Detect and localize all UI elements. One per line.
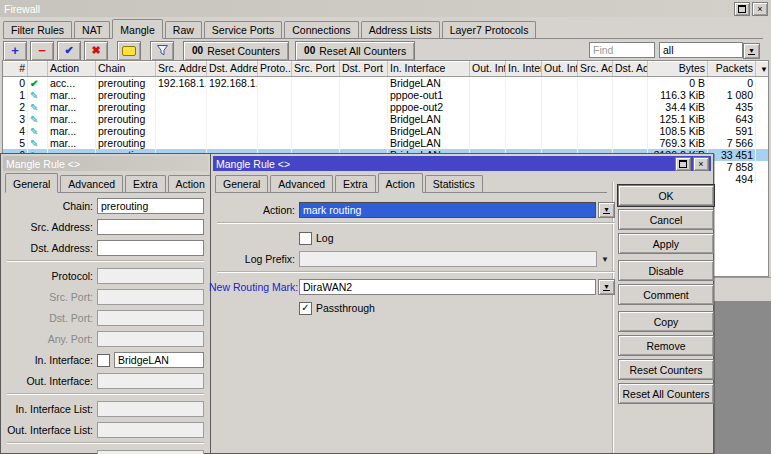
comment-button[interactable] xyxy=(117,41,141,61)
dialog-general-tab-general[interactable]: General xyxy=(5,173,58,193)
any-port-input xyxy=(97,331,204,347)
column-header-src-ad[interactable]: Src. Ad... xyxy=(578,61,613,76)
src-address-input[interactable] xyxy=(97,219,204,235)
close-icon[interactable]: × xyxy=(752,2,768,16)
column-header-in-inter[interactable]: In. Inter... xyxy=(506,61,542,76)
cell-src-ad xyxy=(578,77,613,89)
copy-button[interactable]: Copy xyxy=(618,311,714,332)
table-row[interactable]: 4✎mar...preroutingBridgeLAN108.5 KiB591 xyxy=(3,125,768,137)
restore-icon[interactable] xyxy=(675,157,691,171)
tab-mangle[interactable]: Mangle xyxy=(112,19,162,39)
disable-button[interactable]: ✖ xyxy=(84,41,108,61)
separator xyxy=(217,271,615,273)
dialog-titlebar[interactable]: Mangle Rule <> xyxy=(3,156,208,171)
tab-connections[interactable]: Connections xyxy=(284,21,358,38)
table-row[interactable]: 2✎mar...preroutingpppoe-out234.4 KiB435 xyxy=(3,101,768,113)
action-icon-cell: ✔ xyxy=(28,77,48,89)
table-header: #ActionChainSrc. AddressDst. AddressProt… xyxy=(3,61,768,77)
out-interface-select[interactable] xyxy=(97,373,204,389)
protocol-select[interactable] xyxy=(97,268,204,284)
tab-address-lists[interactable]: Address Lists xyxy=(361,21,440,38)
column-header-out-int[interactable]: Out. Int... xyxy=(470,61,506,76)
tab-service-ports[interactable]: Service Ports xyxy=(204,21,282,38)
column-header-proto[interactable]: Proto... xyxy=(258,61,292,76)
in-interface-list-select[interactable] xyxy=(97,401,204,417)
column-header-dst-ad[interactable]: Dst. Ad... xyxy=(613,61,648,76)
chevron-down-icon[interactable]: ▾ xyxy=(598,279,615,295)
log-checkbox[interactable] xyxy=(299,232,312,245)
find-input[interactable] xyxy=(589,42,655,58)
passthrough-checkbox[interactable]: ✓ xyxy=(299,302,312,315)
column-header-out-int[interactable]: Out. Int... xyxy=(542,61,578,76)
table-row[interactable]: 1✎mar...preroutingpppoe-out1116.3 KiB1 0… xyxy=(3,89,768,101)
new-routing-mark-select[interactable]: DiraWAN2 xyxy=(299,279,596,295)
column-header-dst-port[interactable]: Dst. Port xyxy=(340,61,388,76)
in-interface-checkbox[interactable] xyxy=(97,354,110,367)
chain-select[interactable]: prerouting xyxy=(97,198,204,214)
cell-dst-ad xyxy=(613,113,648,125)
remove-button[interactable]: Remove xyxy=(618,335,714,356)
table-row[interactable]: 5✎mar...preroutingBridgeLAN769.3 KiB7 56… xyxy=(3,137,768,149)
firewall-titlebar[interactable]: Firewall × xyxy=(0,0,771,17)
column-header-dst-address[interactable]: Dst. Address xyxy=(207,61,258,76)
tab-nat[interactable]: NAT xyxy=(74,21,110,38)
separator xyxy=(7,393,204,395)
ok-button[interactable]: OK xyxy=(618,185,714,206)
table-row[interactable]: 3✎mar...preroutingBridgeLAN125.1 KiB643 xyxy=(3,113,768,125)
dialog-action-tab-advanced[interactable]: Advanced xyxy=(270,175,333,192)
column-header-action[interactable]: Action xyxy=(48,61,96,76)
comment-button[interactable]: Comment xyxy=(618,284,714,305)
column-header-bytes[interactable]: Bytes xyxy=(648,61,708,76)
cell-dst-port xyxy=(340,125,388,137)
dialog-general-tab-action[interactable]: Action xyxy=(168,175,213,192)
cell-in-interface: BridgeLAN xyxy=(388,137,470,149)
chevron-down-icon[interactable]: ▾ xyxy=(743,43,760,59)
reset-counters-button[interactable]: 00 Reset Counters xyxy=(183,41,289,61)
column-header-icon[interactable]: # xyxy=(3,61,28,76)
src-port-label: Src. Port: xyxy=(7,291,97,303)
reset-counters-button[interactable]: Reset Counters xyxy=(618,359,714,380)
cancel-button[interactable]: Cancel xyxy=(618,209,714,230)
cell-src-port xyxy=(292,137,340,149)
column-header-in-interface[interactable]: In. Interface xyxy=(388,61,470,76)
restore-icon[interactable] xyxy=(734,2,750,16)
reset-all-counters-button[interactable]: Reset All Counters xyxy=(618,383,714,404)
cell-dst-ad xyxy=(613,101,648,113)
column-header-chain[interactable]: Chain xyxy=(96,61,156,76)
dialog-action-tab-action[interactable]: Action xyxy=(378,173,423,193)
log-prefix-input[interactable] xyxy=(299,251,597,267)
remove-button[interactable]: − xyxy=(30,41,54,61)
tab-raw[interactable]: Raw xyxy=(165,21,202,38)
close-icon[interactable]: × xyxy=(693,157,709,171)
column-header-packets[interactable]: Packets xyxy=(708,61,756,76)
apply-button[interactable]: Apply xyxy=(618,233,714,254)
tab-filter-rules[interactable]: Filter Rules xyxy=(3,21,72,38)
dialog-titlebar[interactable]: Mangle Rule <> × xyxy=(213,156,711,171)
dialog-action-tab-general[interactable]: General xyxy=(215,175,268,192)
cell-dst-port xyxy=(340,113,388,125)
tab-layer7-protocols[interactable]: Layer7 Protocols xyxy=(442,21,537,38)
add-button[interactable]: + xyxy=(3,41,27,61)
packet-mark-select[interactable] xyxy=(97,450,204,454)
enable-button[interactable]: ✔ xyxy=(57,41,81,61)
mark-pencil-icon: ✎ xyxy=(30,102,38,113)
dialog-action-tab-statistics[interactable]: Statistics xyxy=(425,175,483,192)
column-header-src-address[interactable]: Src. Address xyxy=(156,61,207,76)
dialog-general-tab-advanced[interactable]: Advanced xyxy=(60,175,123,192)
action-select[interactable]: mark routing xyxy=(299,202,596,218)
dialog-action-tab-extra[interactable]: Extra xyxy=(335,175,376,192)
column-header-src-port[interactable]: Src. Port xyxy=(292,61,340,76)
in-interface-select[interactable]: BridgeLAN xyxy=(114,352,204,368)
filter-select[interactable]: all xyxy=(659,42,743,58)
table-row[interactable]: 0✔acc...prerouting192.168.1....192.168.1… xyxy=(3,77,768,89)
out-interface-list-select[interactable] xyxy=(97,422,204,438)
column-selector-button[interactable]: ▼ xyxy=(756,61,769,76)
dst-address-input[interactable] xyxy=(97,240,204,256)
reset-all-counters-button[interactable]: 00 Reset All Counters xyxy=(295,41,415,61)
chevron-down-icon[interactable]: ▼ xyxy=(601,255,609,264)
column-header-icon[interactable] xyxy=(28,61,48,76)
filter-button[interactable] xyxy=(150,41,174,61)
dialog-general-tab-extra[interactable]: Extra xyxy=(125,175,166,192)
disable-button[interactable]: Disable xyxy=(618,260,714,281)
chevron-down-icon[interactable]: ▾ xyxy=(598,202,615,218)
